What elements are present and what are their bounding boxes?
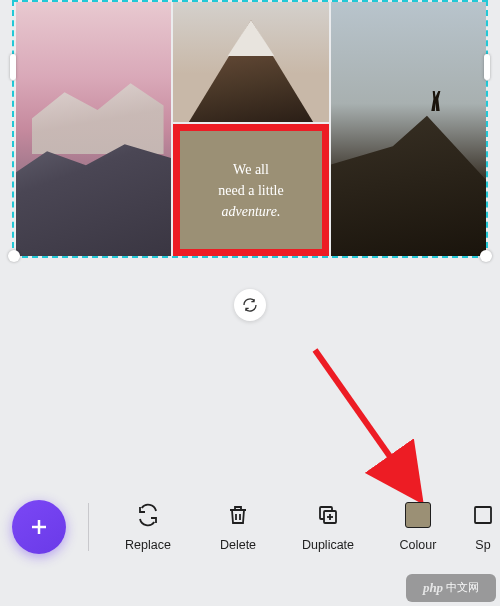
resize-handle-bottom-left[interactable]: [8, 250, 20, 262]
toolbar-divider: [88, 503, 89, 551]
svg-rect-8: [475, 507, 491, 523]
colour-label: Colour: [400, 538, 437, 552]
spacing-icon: [471, 502, 495, 528]
quote-text: We all need a little adventure.: [218, 159, 283, 222]
quote-line-1: We all: [233, 162, 269, 177]
hiker-silhouette: [429, 91, 443, 111]
add-button[interactable]: [12, 500, 66, 554]
spacing-label: Sp: [475, 538, 490, 552]
duplicate-button[interactable]: Duplicate: [283, 502, 373, 552]
selected-element-frame[interactable]: We all need a little adventure.: [12, 0, 488, 258]
duplicate-label: Duplicate: [302, 538, 354, 552]
photo-panel-mountain-sunset[interactable]: [16, 2, 171, 256]
resize-handle-bottom-right[interactable]: [480, 250, 492, 262]
replace-label: Replace: [125, 538, 171, 552]
resize-handle-mid-left[interactable]: [10, 54, 16, 80]
quote-line-2: need a little: [218, 183, 283, 198]
rotate-icon: [242, 297, 258, 313]
photo-panel-volcano[interactable]: [173, 2, 328, 122]
trash-icon: [226, 502, 250, 528]
watermark: php 中文网: [406, 574, 496, 602]
photo-panel-hikers[interactable]: [331, 2, 486, 256]
collage-col-right: [331, 2, 486, 256]
svg-line-0: [315, 350, 410, 485]
canvas-area: We all need a little adventure.: [12, 0, 488, 258]
spacing-button[interactable]: Sp: [463, 502, 500, 552]
plus-icon: [27, 515, 51, 539]
collage-col-left: [16, 2, 171, 256]
replace-button[interactable]: Replace: [103, 502, 193, 552]
watermark-text: 中文网: [446, 581, 479, 595]
quote-line-3: adventure.: [222, 204, 281, 219]
watermark-brand: php: [423, 580, 443, 596]
colour-swatch-icon: [405, 502, 431, 528]
selected-text-panel[interactable]: We all need a little adventure.: [173, 124, 328, 256]
replace-icon: [136, 502, 160, 528]
collage-col-middle: We all need a little adventure.: [173, 2, 328, 256]
delete-button[interactable]: Delete: [193, 502, 283, 552]
delete-label: Delete: [220, 538, 256, 552]
colour-button[interactable]: Colour: [373, 502, 463, 552]
duplicate-icon: [316, 502, 340, 528]
resize-handle-mid-right[interactable]: [484, 54, 490, 80]
bottom-toolbar: Replace Delete Duplicate: [0, 484, 500, 570]
tool-row: Replace Delete Duplicate: [103, 502, 500, 552]
rotate-button[interactable]: [234, 289, 266, 321]
